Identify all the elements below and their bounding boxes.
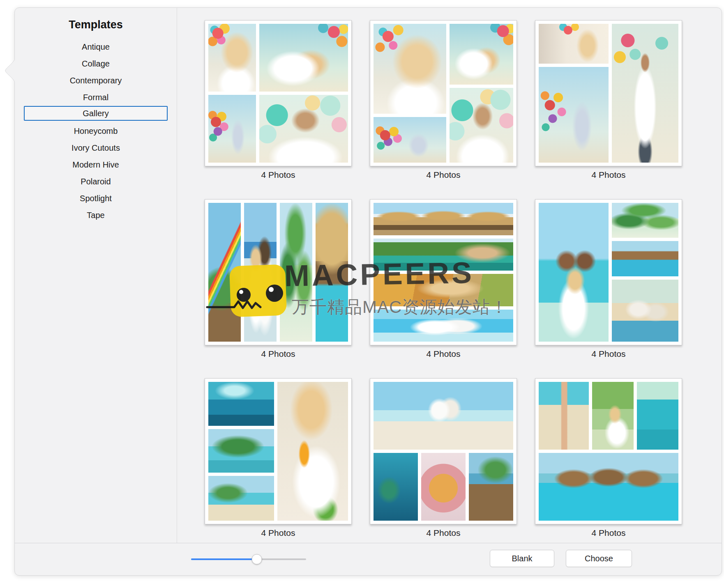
photo-man-with-balloons <box>259 95 348 163</box>
photo-woman-with-balloons <box>374 24 446 114</box>
zoom-slider[interactable] <box>191 558 306 560</box>
photo-palm-trees <box>280 203 312 342</box>
photo-man-standing-with-balloons <box>612 24 678 163</box>
photo-rainbow-over-beach <box>208 203 241 342</box>
template-photo-count: 4 Photos <box>535 170 682 181</box>
photo-bungalow-row <box>374 203 513 235</box>
photo-family-with-balloons <box>259 24 348 92</box>
photo-family-with-balloons <box>450 24 513 85</box>
sidebar-item-honeycomb[interactable]: Honeycomb <box>24 122 168 139</box>
photo-coral-reef <box>374 453 418 521</box>
photo-underwater-swimmer <box>208 382 274 426</box>
sidebar-item-spotlight[interactable]: Spotlight <box>24 189 168 206</box>
photo-man-with-balloons <box>450 88 513 163</box>
templates-sidebar: Templates Antique Collage Contemporary F… <box>15 8 177 543</box>
photo-lounging-woman <box>374 274 513 306</box>
photo-beach-shore <box>208 476 274 521</box>
photo-wooden-pier <box>469 453 513 521</box>
screen: Templates Antique Collage Contemporary F… <box>0 0 724 588</box>
popover-arrow <box>3 58 16 83</box>
photo-pool-garden-swimmer <box>374 239 513 271</box>
blank-button[interactable]: Blank <box>490 550 554 567</box>
photo-woman-sitting-on-beach <box>539 203 609 342</box>
template-cell-6: 4 Photos <box>535 199 682 360</box>
zoom-slider-fill <box>191 558 257 560</box>
photo-palm-island <box>208 429 274 473</box>
photo-girl-with-balloons <box>208 95 256 163</box>
template-category-list: Antique Collage Contemporary Formal Gall… <box>15 38 177 223</box>
template-photo-count: 4 Photos <box>370 170 517 181</box>
photo-overwater-bungalows <box>612 241 678 276</box>
template-photo-count: 4 Photos <box>535 528 682 539</box>
template-photo-count: 4 Photos <box>370 349 517 360</box>
photo-woman-in-street <box>539 24 609 64</box>
template-card-8[interactable] <box>370 378 517 524</box>
template-photo-count: 4 Photos <box>205 528 352 539</box>
template-card-2[interactable] <box>370 20 517 166</box>
template-cell-8: 4 Photos <box>370 378 517 539</box>
template-photo-count: 4 Photos <box>205 170 352 181</box>
sidebar-item-collage[interactable]: Collage <box>24 55 168 71</box>
sidebar-title: Templates <box>15 18 177 31</box>
template-photo-count: 4 Photos <box>370 528 517 539</box>
template-card-6[interactable] <box>535 199 682 345</box>
template-card-4[interactable] <box>205 199 352 345</box>
templates-popover: Templates Antique Collage Contemporary F… <box>14 7 722 576</box>
template-cell-4: 4 Photos <box>205 199 352 360</box>
footer-bar: Blank Choose <box>15 543 722 575</box>
zoom-slider-handle[interactable] <box>251 554 262 565</box>
template-photo-count: 4 Photos <box>535 349 682 360</box>
photo-beach-hut-pool <box>316 203 348 342</box>
template-card-3[interactable] <box>535 20 682 166</box>
photo-overwater-bungalows-lagoon <box>539 453 678 521</box>
template-photo-count: 4 Photos <box>205 349 352 360</box>
photo-couple-on-deckchairs <box>612 280 678 342</box>
photo-palm-trees <box>612 203 678 238</box>
photo-woman-with-juice <box>277 382 348 521</box>
photo-couple-in-blue-water <box>374 310 513 342</box>
photo-couple-on-beach <box>374 382 513 450</box>
template-card-7[interactable] <box>205 378 352 524</box>
template-grid: 4 Photos 4 Photos <box>205 20 682 539</box>
photo-woman-with-balloons <box>208 24 256 92</box>
sidebar-item-polaroid[interactable]: Polaroid <box>24 172 168 189</box>
template-card-9[interactable] <box>535 378 682 524</box>
photo-legs-on-beach <box>539 382 589 450</box>
sidebar-item-ivory-cutouts[interactable]: Ivory Cutouts <box>24 139 168 156</box>
template-card-1[interactable] <box>205 20 352 166</box>
sidebar-item-gallery[interactable]: Gallery <box>24 106 168 121</box>
photo-girl-with-balloons <box>374 117 446 163</box>
choose-button[interactable]: Choose <box>566 550 632 567</box>
sidebar-item-contemporary[interactable]: Contemporary <box>24 71 168 88</box>
template-cell-2: 4 Photos <box>370 20 517 181</box>
photo-couple-by-ocean <box>244 203 277 342</box>
photo-starfish-closeup <box>421 453 466 521</box>
template-cell-9: 4 Photos <box>535 378 682 539</box>
sidebar-item-modern-hive[interactable]: Modern Hive <box>24 156 168 172</box>
photo-woman-lounging-garden <box>592 382 634 450</box>
photo-girl-with-balloons <box>539 67 609 163</box>
template-cell-5: 4 Photos <box>370 199 517 360</box>
template-cell-3: 4 Photos <box>535 20 682 181</box>
sidebar-item-antique[interactable]: Antique <box>24 38 168 55</box>
sidebar-item-formal[interactable]: Formal <box>24 88 168 105</box>
template-cell-7: 4 Photos <box>205 378 352 539</box>
photo-pool-water <box>637 382 678 450</box>
sidebar-item-tape[interactable]: Tape <box>24 206 168 223</box>
template-cell-1: 4 Photos <box>205 20 352 181</box>
template-card-5[interactable] <box>370 199 517 345</box>
